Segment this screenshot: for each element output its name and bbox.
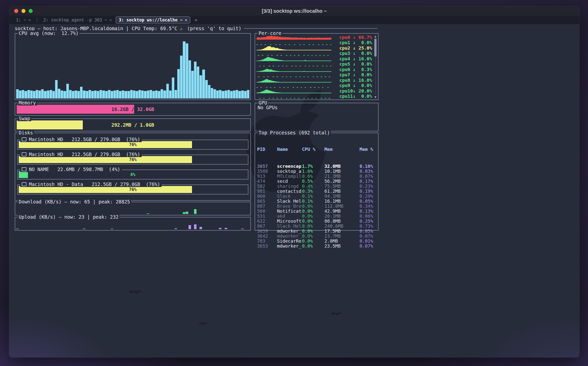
chart-bar (194, 209, 196, 214)
percore-scrollbar[interactable]: ▲▼ (373, 34, 378, 99)
column-header: Name (277, 147, 302, 152)
chart-bar (303, 44, 305, 45)
chart-bar (275, 44, 277, 45)
process-mem: 17.5MB (324, 229, 358, 234)
chart-bar (310, 87, 311, 88)
tab-3[interactable]: 3: socktop ws://localho ~× (116, 17, 190, 23)
chart-bar (273, 98, 274, 98)
tab-close-icon[interactable]: × (185, 18, 187, 22)
tab-2[interactable]: 2: socktop_agent -p 303 ~× (41, 17, 115, 23)
process-row[interactable]: 3653mdworker_0.0%23.5MB0.07% (257, 244, 376, 249)
process-row[interactable]: 531akd0.0%20.1MB0.06% (257, 214, 376, 219)
process-row[interactable]: 867Slack Hel0.0%240.6MB0.73% (257, 224, 376, 229)
scrollbar-thumb[interactable] (374, 39, 377, 57)
process-row[interactable]: 582sharingd0.4%75.5MB0.23% (257, 184, 376, 189)
process-row[interactable]: 3642mdworker_0.0%23.7MB0.07% (257, 234, 376, 239)
process-pid: 981 (257, 189, 277, 194)
tab-close-icon[interactable]: × (28, 18, 31, 22)
chart-bar (299, 44, 301, 45)
chart-bar (298, 98, 299, 98)
tab-close-icon[interactable]: × (109, 18, 112, 22)
process-row[interactable]: 703SidecarRe0.0%2.8MB0.01% (257, 239, 376, 244)
chart-bar (227, 90, 230, 98)
process-pid: 531 (257, 214, 277, 219)
chart-bar (166, 84, 169, 98)
chart-bar (102, 91, 105, 98)
process-row[interactable]: 981contactsd0.3%61.2MB0.19% (257, 189, 376, 194)
process-row[interactable]: 560Notificat0.0%42.9MB0.13% (257, 209, 376, 214)
chart-bar (313, 77, 314, 77)
disk-entry: NO NAME 22.6MB / 598.7MB (4%)4% (17, 167, 248, 180)
chart-bar (307, 77, 309, 77)
scroll-up-icon[interactable]: ▲ (373, 34, 378, 38)
chart-bar (263, 66, 265, 66)
chart-bar (299, 66, 301, 66)
chart-bar (258, 55, 259, 56)
zoom-window-button[interactable] (29, 9, 33, 13)
core-usage-value: 0.0% (356, 40, 372, 45)
chart-bar (277, 98, 278, 98)
chart-bar (30, 91, 33, 98)
process-row[interactable]: 887Brave Bro0.0%112.0MB0.34% (257, 204, 376, 209)
process-row[interactable]: 474secd0.5%56.2MB0.17% (257, 179, 376, 184)
chart-bar (94, 91, 97, 98)
desktop: [3/3] socktop ws://localho ~ 1: ~×│2: so… (0, 0, 588, 366)
core-label: cpu3 ↓0.0% (331, 51, 372, 56)
process-row[interactable]: 3588socktop_a1.6%10.1MB0.03% (257, 169, 376, 174)
new-tab-button[interactable]: + (195, 17, 197, 23)
chart-bar (138, 90, 141, 98)
process-name: SidecarRe (277, 239, 302, 244)
chart-bar (230, 91, 233, 98)
core-usage-value: 20.0% (356, 88, 372, 93)
chart-bar (323, 55, 325, 56)
disk-label-text: Macintosh HD 212.5GB / 279.0GB (76%) (29, 152, 140, 157)
column-header: CPU % (302, 147, 324, 152)
process-row[interactable]: 622Microsoft0.0%80.8MB0.25% (257, 219, 376, 224)
core-label: cpu9 ↓0.0% (331, 83, 372, 88)
process-name: sharingd (277, 184, 302, 189)
cpu-avg-panel: CPU avg (now: 12.7%) (15, 33, 251, 100)
chart-bar (183, 212, 185, 214)
minimize-window-button[interactable] (21, 9, 25, 13)
process-pid: 3659 (257, 229, 277, 234)
scroll-down-icon[interactable]: ▼ (373, 95, 378, 99)
chart-bar (16, 89, 19, 98)
chart-bar (97, 91, 99, 98)
core-sparkline (257, 89, 331, 93)
process-cpu: 1.6% (302, 169, 324, 174)
tab-1[interactable]: 1: ~× (13, 17, 34, 23)
window-titlebar[interactable]: [3/3] socktop ws://localho ~ (9, 6, 579, 16)
core-name: cpu9 ↓ (339, 83, 356, 88)
process-cpu: 0.0% (302, 214, 324, 219)
bat-silhouette (331, 311, 342, 316)
chart-bar (191, 71, 194, 98)
close-window-button[interactable] (14, 9, 18, 13)
process-mempct: 0.05% (358, 199, 376, 204)
chart-bar (222, 91, 224, 98)
process-row[interactable]: 913MTLCompil0.6%21.3MB0.07% (257, 174, 376, 179)
chart-bar (315, 55, 317, 56)
process-row[interactable]: 3657screencap1.7%32.0MB0.10% (257, 164, 376, 169)
chart-bar (281, 55, 282, 56)
chart-bar (297, 87, 298, 88)
chart-bar (286, 55, 287, 56)
chart-bar (290, 55, 291, 56)
chart-bar (290, 77, 291, 77)
chart-bar (274, 87, 275, 88)
chart-bar (177, 69, 180, 98)
process-row[interactable]: 3659mdworker_0.0%17.5MB0.05% (257, 229, 376, 234)
process-row[interactable]: 865Slack Hel0.1%16.1MB0.05% (257, 199, 376, 204)
process-row[interactable]: 860Slack0.1%94.1MB0.29% (257, 194, 376, 199)
process-cpu: 0.6% (302, 174, 324, 179)
chart-bar (122, 91, 124, 98)
core-label: cpu6 ↓8.3% (331, 67, 372, 72)
disk-list: Macintosh HD 212.5GB / 279.0GB (76%)76%M… (15, 133, 250, 200)
chart-bar (247, 90, 249, 98)
core-usage-value: 0.0% (356, 93, 372, 99)
memory-title: Memory (18, 100, 37, 105)
chart-bar (44, 91, 46, 98)
chart-bar (150, 90, 152, 98)
chart-bar (55, 80, 58, 98)
chart-bar (293, 87, 294, 88)
chart-bar (141, 91, 144, 98)
